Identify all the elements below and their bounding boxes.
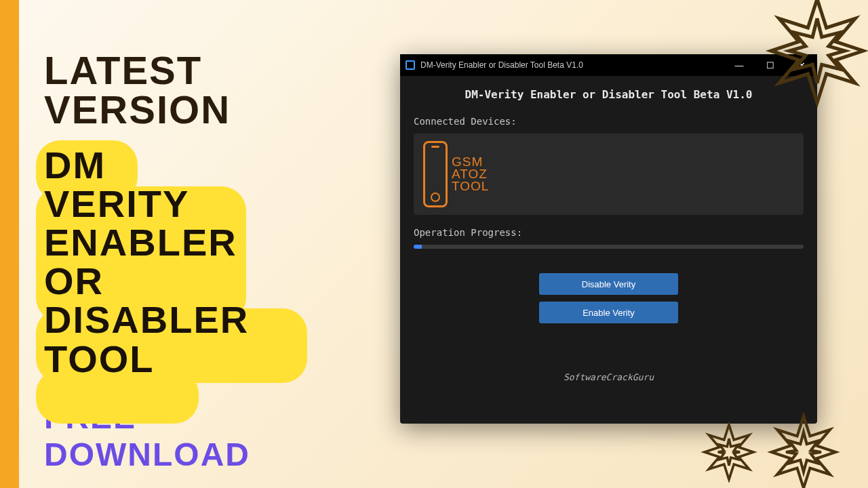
footer-credit: SoftwareCrackGuru xyxy=(414,372,804,382)
title-line: VERITY xyxy=(44,184,249,223)
enable-verity-button[interactable]: Enable Verity xyxy=(539,302,678,323)
gsm-atoz-logo: GSM ATOZ TOOL xyxy=(423,141,489,207)
title-line: DM xyxy=(44,146,249,184)
title-line: ENABLER xyxy=(44,223,249,262)
logo-line: TOOL xyxy=(452,180,489,192)
connected-devices-panel: GSM ATOZ TOOL xyxy=(414,134,804,215)
title-line: TOOL xyxy=(44,340,249,378)
banner-title: DM VERITY ENABLER OR DISABLER TOOL xyxy=(44,146,249,378)
decoration-star-icon xyxy=(698,422,760,483)
window-title: DM-Verity Enabler or Disabler Tool Beta … xyxy=(420,60,724,70)
window-titlebar[interactable]: DM-Verity Enabler or Disabler Tool Beta … xyxy=(400,54,817,76)
progress-fill xyxy=(414,245,422,249)
action-buttons: Disable Verity Enable Verity xyxy=(414,273,804,323)
progress-bar xyxy=(414,245,804,249)
banner-heading: LATEST VERSION xyxy=(44,51,342,129)
app-body: DM-Verity Enabler or Disabler Tool Beta … xyxy=(400,76,817,382)
close-button[interactable]: ✕ xyxy=(786,54,817,76)
maximize-button[interactable]: ☐ xyxy=(755,54,786,76)
title-line: DISABLER xyxy=(44,300,249,339)
progress-section: Operation Progress: xyxy=(414,227,804,249)
title-highlight: DM VERITY ENABLER OR DISABLER TOOL xyxy=(44,146,249,378)
logo-text: GSM ATOZ TOOL xyxy=(452,156,489,192)
disable-verity-button[interactable]: Disable Verity xyxy=(539,273,678,295)
connected-devices-label: Connected Devices: xyxy=(414,116,804,127)
phone-icon xyxy=(423,141,448,207)
app-icon xyxy=(406,60,415,70)
title-line: OR xyxy=(44,262,249,300)
app-title: DM-Verity Enabler or Disabler Tool Beta … xyxy=(414,88,804,101)
app-window: DM-Verity Enabler or Disabler Tool Beta … xyxy=(400,54,817,424)
accent-sidebar xyxy=(0,0,19,488)
banner-left: LATEST VERSION DM VERITY ENABLER OR DISA… xyxy=(44,51,342,473)
minimize-button[interactable]: — xyxy=(724,54,755,76)
progress-label: Operation Progress: xyxy=(414,227,804,238)
window-controls: — ☐ ✕ xyxy=(724,54,817,76)
